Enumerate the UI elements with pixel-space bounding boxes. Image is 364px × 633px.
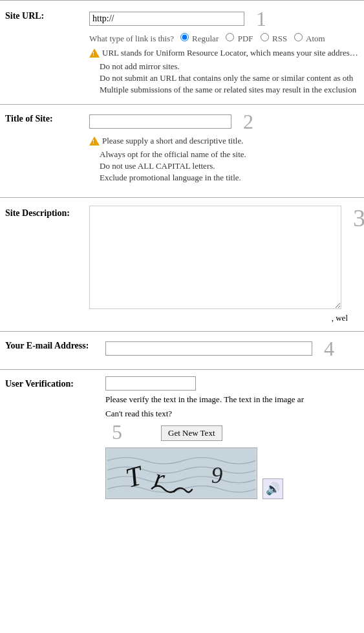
url-bullet-list: Do not add mirror sites. Do not submit a… [100,61,359,95]
step5-number: 5 [112,422,122,442]
verification-input[interactable] [105,376,196,391]
radio-rss[interactable] [261,33,269,41]
verify-row: User Verification: Please verify the tex… [5,376,359,499]
desc-inner: 3 [89,206,364,309]
title-info-text: Please supply a short and descriptive ti… [102,136,243,146]
title-warning-icon [89,136,100,147]
url-warning-icon [89,48,100,59]
get-new-text-button[interactable]: Get New Text [161,425,222,441]
url-bullet-1: Do not add mirror sites. [100,61,359,72]
url-field-col: 1 [89,8,359,29]
title-bullet-2: Do not use ALL CAPITAL letters. [100,161,359,171]
email-input[interactable] [105,341,312,356]
url-label: Site URL: [5,8,89,21]
url-warning-row: URL stands for Uniform Resource Locator,… [89,48,359,59]
desc-label: Site Description: [5,206,89,219]
description-textarea[interactable] [89,206,341,309]
verify-field-col: Please verify the text in the image. The… [105,376,359,499]
verify-section: User Verification: Please verify the tex… [0,370,364,513]
get-new-text-row: 5 Get New Text [105,422,359,442]
desc-field-col: 3 [89,206,364,309]
captcha-image: T r 9 [105,447,257,499]
url-bullet-2: Do not submit an URL that contains only … [100,73,359,83]
title-input[interactable] [89,114,231,129]
url-bullet-3: Multiple submissions of the same or rela… [100,85,359,95]
url-input[interactable] [89,12,244,26]
title-info-box: Please supply a short and descriptive ti… [89,136,359,183]
desc-section: Site Description: 3 , wel [0,198,364,331]
radio-pdf[interactable] [226,33,234,41]
title-bullet-1: Always opt for the official name of the … [100,149,359,160]
radio-atom[interactable] [294,33,303,41]
email-field-col: 4 [105,338,359,359]
radio-atom-label[interactable]: Atom [294,34,325,43]
url-inner: 1 [89,8,359,29]
title-warning-triangle [89,136,100,145]
verify-info1: Please verify the text in the image. The… [105,394,359,405]
title-warning-row: Please supply a short and descriptive ti… [89,136,359,147]
link-type-row: What type of link is this? Regular PDF R… [89,33,359,44]
warning-triangle [89,48,100,58]
url-row: Site URL: 1 [5,8,359,29]
url-info-text: URL stands for Uniform Resource Locator,… [102,48,359,58]
title-inner: 2 [89,111,359,132]
link-type-question: What type of link is this? [89,34,174,43]
title-bullet-3: Exclude promotional language in the titl… [100,173,359,183]
radio-regular-label[interactable]: Regular [180,34,221,43]
email-row: Your E-mail Address: 4 [5,338,359,359]
title-field-col: 2 [89,111,359,132]
step2-number: 2 [243,111,253,132]
svg-text:9: 9 [211,463,223,488]
email-inner: 4 [105,338,359,359]
step1-number: 1 [256,8,266,29]
desc-suffix: , wel [89,313,348,323]
title-label: Title of Site: [5,111,89,124]
verify-label: User Verification: [5,376,105,389]
radio-rss-label[interactable]: RSS [261,34,290,43]
step3-number: 3 [353,206,364,230]
audio-icon[interactable]: 🔊 [262,478,283,499]
email-label: Your E-mail Address: [5,338,105,351]
title-section: Title of Site: 2 Please supply a short a… [0,105,364,197]
desc-row: Site Description: 3 [5,206,359,309]
title-bullet-list: Always opt for the official name of the … [100,149,359,183]
step4-number: 4 [324,338,334,359]
form-container: Site URL: 1 What type of link is this? R… [0,0,364,513]
verify-info2: Can't read this text? [105,409,359,419]
url-info-box: URL stands for Uniform Resource Locator,… [89,48,359,95]
url-section: Site URL: 1 What type of link is this? R… [0,1,364,104]
captcha-area: T r 9 🔊 [105,447,359,499]
email-section: Your E-mail Address: 4 [0,332,364,369]
title-row: Title of Site: 2 [5,111,359,132]
radio-regular[interactable] [180,33,189,41]
radio-pdf-label[interactable]: PDF [226,34,255,43]
